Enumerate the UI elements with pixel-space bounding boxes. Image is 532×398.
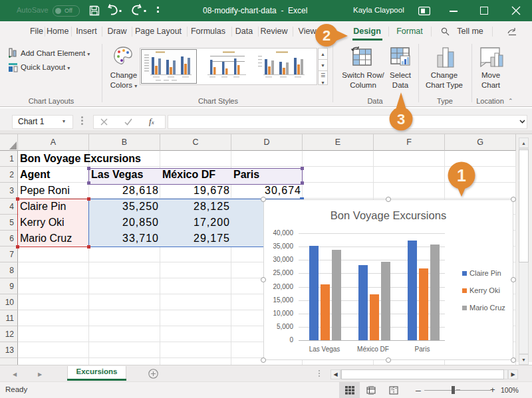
svg-text:1: 1 [457,166,466,185]
svg-text:3: 3 [397,111,405,128]
svg-text:2: 2 [323,27,331,44]
